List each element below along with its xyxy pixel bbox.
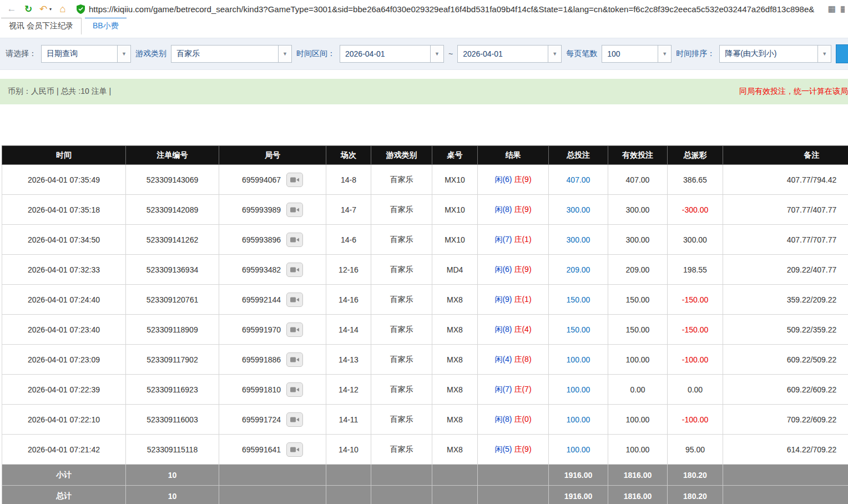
cell-total-bet[interactable]: 407.00 <box>549 165 608 195</box>
video-camera-icon <box>290 356 299 363</box>
select-label: 请选择： <box>6 49 37 59</box>
player-result: 闲(5) <box>494 445 512 453</box>
back-icon[interactable]: ← <box>4 2 19 16</box>
cell-table-number: MX10 <box>432 225 478 255</box>
apps-grid-icon[interactable]: ▦ <box>840 4 845 14</box>
cell-total-bet[interactable]: 150.00 <box>549 315 608 345</box>
video-replay-button[interactable] <box>286 173 303 187</box>
video-camera-icon <box>290 266 299 273</box>
undo-icon[interactable]: ↶ <box>38 2 49 16</box>
total-cell <box>478 486 549 504</box>
chevron-down-icon[interactable]: ▼ <box>817 46 831 62</box>
total-cell <box>326 486 371 504</box>
column-header: 场次 <box>326 146 371 165</box>
cell-table-number: MX8 <box>432 315 478 345</box>
cell-game-category: 百家乐 <box>371 285 432 315</box>
column-header: 注单编号 <box>126 146 219 165</box>
query-type-select[interactable]: 日期查询 ▼ <box>41 45 131 63</box>
cell-game-category: 百家乐 <box>371 195 432 225</box>
cell-round-number: 695994067 <box>219 165 326 195</box>
total-cell <box>219 465 326 486</box>
video-camera-icon <box>290 386 299 393</box>
cell-payout: 95.00 <box>668 435 723 465</box>
tab-bb-tips[interactable]: BB小费 <box>85 18 127 34</box>
table-row: 2026-04-01 07:35:18523309142089695993989… <box>2 195 848 225</box>
page-tabs: 视讯 会员下注纪录 BB小费 <box>0 18 848 34</box>
video-camera-icon <box>290 326 299 333</box>
video-replay-button[interactable] <box>286 412 303 427</box>
cell-session: 14-10 <box>326 435 371 465</box>
date-from-input[interactable]: 2026-04-01 ▼ <box>340 45 444 63</box>
video-replay-button[interactable] <box>286 382 303 397</box>
date-to-input[interactable]: 2026-04-01 ▼ <box>457 45 562 63</box>
home-icon[interactable]: ⌂ <box>55 2 70 16</box>
per-page-select[interactable]: 100 ▼ <box>602 45 672 63</box>
chevron-down-icon[interactable]: ▼ <box>430 46 443 62</box>
search-button[interactable] <box>836 44 848 63</box>
banker-result: 庄(9) <box>514 265 531 274</box>
total-cell <box>723 486 848 504</box>
cell-payout: -300.00 <box>668 195 723 225</box>
chevron-down-icon[interactable]: ▼ <box>658 46 671 62</box>
video-replay-button[interactable] <box>286 322 303 337</box>
apps-grid-icon[interactable]: ▦ <box>828 4 836 14</box>
column-header: 时间 <box>2 146 126 165</box>
round-number: 695994067 <box>242 175 281 184</box>
cell-result: 闲(9) 庄(1) <box>478 285 549 315</box>
video-replay-button[interactable] <box>286 442 303 457</box>
cell-time: 2026-04-01 07:34:50 <box>2 225 126 255</box>
cell-session: 14-14 <box>326 315 371 345</box>
undo-dropdown-icon[interactable]: ▾ <box>48 2 53 16</box>
chevron-down-icon[interactable]: ▼ <box>548 46 561 62</box>
video-camera-icon <box>290 177 299 183</box>
cell-total-bet[interactable]: 300.00 <box>549 195 608 225</box>
game-category-select[interactable]: 百家乐 ▼ <box>171 45 292 63</box>
column-header: 总投注 <box>549 146 608 165</box>
table-row: 2026-04-01 07:24:40523309120761695992144… <box>2 285 848 315</box>
video-replay-button[interactable] <box>286 233 303 247</box>
cell-valid-bet: 209.00 <box>608 255 668 285</box>
cell-time: 2026-04-01 07:22:10 <box>2 405 126 435</box>
cell-game-category: 百家乐 <box>371 225 432 255</box>
cell-session: 14-16 <box>326 285 371 315</box>
cell-total-bet[interactable]: 100.00 <box>549 405 608 435</box>
sort-order-label: 时间排序： <box>676 49 715 59</box>
table-body: 2026-04-01 07:35:49523309143069695994067… <box>2 165 848 465</box>
video-replay-button[interactable] <box>286 263 303 277</box>
sort-order-select[interactable]: 降幂(由大到小) ▼ <box>719 45 831 63</box>
address-bar[interactable]: https://kiqiiu.com/game/betrecord_search… <box>77 4 824 14</box>
cell-valid-bet: 100.00 <box>608 345 668 375</box>
refresh-icon[interactable]: ↻ <box>21 2 36 16</box>
cell-time: 2026-04-01 07:35:18 <box>2 195 126 225</box>
player-result: 闲(8) <box>494 325 512 334</box>
cell-result: 闲(7) 庄(1) <box>478 225 549 255</box>
cell-total-bet[interactable]: 100.00 <box>549 345 608 375</box>
video-replay-button[interactable] <box>286 293 303 307</box>
total-cell: 10 <box>126 465 219 486</box>
cell-table-number: MX10 <box>432 165 478 195</box>
player-result: 闲(7) <box>494 235 512 244</box>
cell-remark: 509.22/359.22 <box>723 315 848 345</box>
cell-total-bet[interactable]: 300.00 <box>549 225 608 255</box>
cell-remark: 609.22/609.22 <box>723 375 848 405</box>
cell-total-bet[interactable]: 209.00 <box>549 255 608 285</box>
cell-total-bet[interactable]: 100.00 <box>549 435 608 465</box>
banker-result: 庄(0) <box>514 415 531 424</box>
cell-session: 14-6 <box>326 225 371 255</box>
cell-table-number: MX10 <box>432 195 478 225</box>
date-from-value: 2026-04-01 <box>340 46 430 62</box>
banker-result: 庄(9) <box>514 175 531 184</box>
tab-video-bet-records[interactable]: 视讯 会员下注纪录 <box>1 18 82 34</box>
video-replay-button[interactable] <box>286 352 303 367</box>
total-cell <box>723 465 848 486</box>
cell-session: 14-13 <box>326 345 371 375</box>
cell-table-number: MX8 <box>432 375 478 405</box>
video-replay-button[interactable] <box>286 203 303 217</box>
cell-total-bet[interactable]: 150.00 <box>549 285 608 315</box>
cell-time: 2026-04-01 07:24:40 <box>2 285 126 315</box>
chevron-down-icon[interactable]: ▼ <box>117 46 130 62</box>
cell-total-bet[interactable]: 100.00 <box>549 375 608 405</box>
video-camera-icon <box>290 236 299 243</box>
cell-remark: 709.22/609.22 <box>723 405 848 435</box>
chevron-down-icon[interactable]: ▼ <box>278 46 291 62</box>
